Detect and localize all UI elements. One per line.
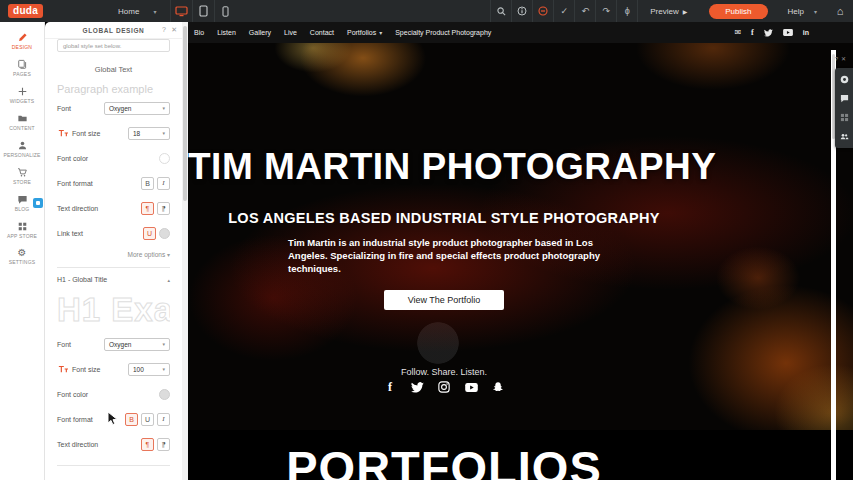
search-button[interactable] [490,0,511,22]
person-icon [17,140,28,151]
mobile-view-button[interactable] [214,0,236,22]
layers-tool-button[interactable] [835,108,853,127]
h1-direction-rtl-button[interactable]: ¶ [157,438,170,451]
global-text-heading: Global Text [57,65,170,74]
publish-button[interactable]: Publish [709,4,767,19]
h1-direction-ltr-button[interactable]: ¶ [141,438,154,451]
twitter-icon[interactable] [764,29,773,37]
chevron-down-icon: ▾ [162,105,165,111]
duda-logo[interactable]: duda [8,4,43,18]
twitter-icon[interactable] [410,380,424,394]
sidebar-item-app-store[interactable]: APP STORE [0,216,44,243]
h1-bold-button[interactable]: B [125,413,138,426]
comment-tool-button[interactable] [835,89,853,108]
bold-button[interactable]: B [141,177,154,190]
linkedin-icon[interactable]: in [803,29,809,36]
editor-topbar: duda Home ▾ [0,0,853,22]
sidebar-item-label: PAGES [13,71,31,77]
youtube-icon[interactable] [464,380,478,394]
font-size-label: Font size [72,130,100,137]
direction-rtl-button[interactable]: ¶ [157,202,170,215]
nav-item-portfolios[interactable]: Portfolios ▾ [347,29,382,36]
dev-mode-button[interactable]: ϕ [616,0,637,22]
h1-example: H1 Exa [57,289,170,331]
panel-scrollbar[interactable] [182,22,188,480]
facebook-icon[interactable]: f [751,28,754,37]
facebook-icon[interactable]: f [383,380,397,394]
team-tool-button[interactable] [835,127,853,146]
sidebar-item-personalize[interactable]: PERSONALIZE [0,135,44,162]
h1-section-header[interactable]: H1 - Global Title ▴ [57,276,170,283]
h1-font-color-swatch[interactable] [159,389,170,400]
cart-icon [17,167,28,178]
right-toolbar-help-close[interactable]: ?✕ [835,55,849,62]
nav-item-listen[interactable]: Listen [217,29,236,36]
font-select[interactable]: Oxygen ▾ [104,102,170,115]
editor-sidebar: DESIGN PAGES WIDGETS CONTENT PERSONALIZE… [0,22,45,480]
media-tool-button[interactable] [835,70,853,89]
nav-item-contact[interactable]: Contact [310,29,334,36]
youtube-icon[interactable] [783,29,793,36]
chevron-down-icon: ▾ [162,366,165,372]
instagram-icon[interactable] [437,380,451,394]
email-icon[interactable]: ✉ [734,28,741,37]
redo-button[interactable]: ↷ [595,0,616,22]
panel-header: GLOBAL DESIGN ? ✕ [45,22,182,39]
sidebar-item-pages[interactable]: PAGES [0,54,44,81]
page-selector[interactable]: Home ▾ [118,7,156,16]
font-size-select[interactable]: 18 ▾ [128,127,170,140]
grid-icon [840,113,849,122]
sidebar-item-widgets[interactable]: WIDGETS [0,81,44,108]
undo-button[interactable]: ↶ [574,0,595,22]
info-button[interactable] [511,0,532,22]
dashboard-home-button[interactable]: ⌂ [827,0,853,22]
direction-ltr-button[interactable]: ¶ [141,202,154,215]
check-icon: ✓ [560,6,568,16]
snapchat-icon[interactable] [491,380,505,394]
link-color-swatch[interactable] [159,228,170,239]
nav-item-live[interactable]: Live [284,29,297,36]
tablet-view-button[interactable] [192,0,214,22]
sidebar-item-label: DESIGN [12,44,32,50]
font-color-row: Font color [57,146,170,170]
done-button[interactable]: ✓ [553,0,574,22]
h1-font-color-row: Font color [57,382,170,406]
redo-icon: ↷ [602,6,610,16]
nav-item-portfolios-label: Portfolios [347,29,376,36]
link-text-label: Link text [57,230,83,237]
h1-text-direction-row: Text direction ¶ ¶ [57,432,170,456]
view-portfolio-button[interactable]: View The Portfolio [384,290,504,310]
h1-font-select[interactable]: Oxygen ▾ [104,338,170,351]
more-options-link[interactable]: More options ▾ [57,251,170,258]
desktop-view-button[interactable] [170,0,192,22]
comments-icon [538,6,548,16]
help-label: Help [788,7,804,16]
panel-close-button[interactable]: ✕ [171,26,177,34]
scrolled-info-card: global style set below. [57,39,170,52]
font-color-swatch[interactable] [159,153,170,164]
italic-button[interactable]: I [157,177,170,190]
h1-italic-button[interactable]: I [157,413,170,426]
panel-help-button[interactable]: ? [162,26,166,33]
font-size-icon [57,364,69,374]
h1-font-row: Font Oxygen ▾ [57,332,170,356]
h1-underline-button[interactable]: U [141,413,154,426]
sidebar-item-store[interactable]: STORE [0,162,44,189]
preview-button[interactable]: Preview ▶ [637,0,699,22]
chevron-down-icon: ▾ [814,8,817,15]
sidebar-item-content[interactable]: CONTENT [0,108,44,135]
site-navbar: Bio Listen Gallery Live Contact Portfoli… [188,22,853,43]
sidebar-item-settings[interactable]: ⚙ SETTINGS [0,243,44,270]
help-menu[interactable]: Help ▾ [778,7,827,16]
font-color-label: Font color [57,155,88,162]
h1-font-size-select[interactable]: 100 ▾ [128,363,170,376]
nav-item-gallery[interactable]: Gallery [249,29,271,36]
nav-item-specialty[interactable]: Specialty Product Photography [395,29,491,36]
link-underline-button[interactable]: U [143,227,156,240]
nav-item-bio[interactable]: Bio [194,29,204,36]
comments-button[interactable] [532,0,553,22]
hero-social-icons: f [188,380,700,394]
sidebar-item-label: SETTINGS [9,259,36,265]
dev-mode-icon: ϕ [625,6,630,16]
sidebar-item-design[interactable]: DESIGN [0,27,44,54]
